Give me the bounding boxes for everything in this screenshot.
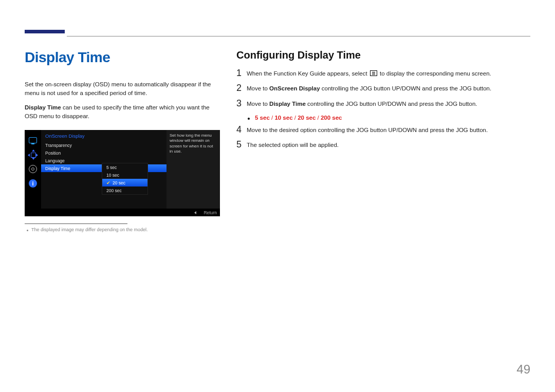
step-body: When the Function Key Guide appears, sel… bbox=[247, 69, 530, 78]
osd-screenshot: i OnScreen Display Transparency On Posit… bbox=[25, 130, 220, 216]
step-text: to display the corresponding menu screen… bbox=[378, 70, 491, 77]
osd-description: Set how long the menu window will remain… bbox=[166, 130, 220, 209]
step-number: 5 bbox=[236, 140, 247, 149]
left-column: Display Time Set the on-screen display (… bbox=[25, 49, 226, 232]
step-2: 2 Move to OnScreen Display controlling t… bbox=[236, 84, 530, 93]
option-value: 20 sec bbox=[298, 115, 316, 121]
gear-icon bbox=[28, 164, 38, 174]
step-strong: OnScreen Display bbox=[269, 85, 320, 91]
step-text: Move to bbox=[247, 85, 269, 91]
monitor-icon bbox=[28, 135, 38, 145]
osd-sidebar: i bbox=[25, 130, 41, 216]
header-accent-bar bbox=[25, 30, 65, 33]
header-rule bbox=[67, 36, 530, 36]
osd-submenu-item: 200 sec bbox=[102, 186, 147, 194]
step-text: controlling the JOG button UP/DOWN and p… bbox=[306, 101, 477, 107]
step-number: 4 bbox=[236, 125, 247, 134]
right-column: Configuring Display Time 1 When the Func… bbox=[226, 49, 530, 232]
step-4: 4 Move to the desired option controlling… bbox=[236, 126, 530, 135]
page-number: 49 bbox=[516, 362, 530, 377]
step-body: Move to Display Time controlling the JOG… bbox=[247, 100, 530, 108]
step-number: 3 bbox=[236, 99, 247, 108]
option-value: 10 sec bbox=[274, 115, 292, 121]
footnote: The displayed image may differ depending… bbox=[25, 227, 216, 232]
intro-paragraph-1: Set the on-screen display (OSD) menu to … bbox=[25, 80, 216, 98]
section-title: Display Time bbox=[25, 49, 216, 66]
step-number: 2 bbox=[236, 83, 247, 92]
step-body: Move to OnScreen Display controlling the… bbox=[247, 84, 530, 93]
osd-return-label: Return bbox=[203, 210, 217, 215]
osd-submenu-label: 200 sec bbox=[106, 188, 122, 193]
step-3: 3 Move to Display Time controlling the J… bbox=[236, 100, 530, 108]
step-text: Move to bbox=[247, 101, 269, 107]
step-1: 1 When the Function Key Guide appears, s… bbox=[236, 69, 530, 78]
subsection-title: Configuring Display Time bbox=[236, 49, 530, 61]
move-icon bbox=[28, 150, 38, 160]
step-number: 1 bbox=[236, 68, 247, 78]
step-body: The selected option will be applied. bbox=[247, 141, 530, 150]
osd-footer: Return bbox=[41, 209, 220, 216]
step-text: When the Function Key Guide appears, sel… bbox=[247, 70, 369, 77]
osd-submenu-item-selected: ✔20 sec bbox=[102, 179, 147, 186]
osd-submenu-item: 5 sec bbox=[102, 163, 147, 171]
info-icon: i bbox=[28, 178, 38, 189]
osd-submenu-label: 5 sec bbox=[106, 165, 117, 170]
intro-paragraph-2: Display Time can be used to specify the … bbox=[25, 103, 216, 121]
options-line: 5 sec / 10 sec / 20 sec / 200 sec bbox=[248, 115, 530, 121]
bullet-icon bbox=[27, 230, 28, 231]
step-5: 5 The selected option will be applied. bbox=[236, 141, 530, 150]
osd-submenu-label: 10 sec bbox=[106, 173, 119, 178]
steps-list: 1 When the Function Key Guide appears, s… bbox=[236, 69, 530, 150]
step-body: Move to the desired option controlling t… bbox=[247, 126, 530, 135]
step-strong: Display Time bbox=[269, 101, 306, 107]
footnote-rule bbox=[25, 223, 127, 224]
intro-strong: Display Time bbox=[25, 104, 61, 110]
options-highlight: 5 sec / 10 sec / 20 sec / 200 sec bbox=[255, 115, 342, 121]
bullet-icon bbox=[248, 118, 250, 120]
menu-icon bbox=[370, 70, 377, 76]
option-value: 200 sec bbox=[321, 115, 342, 121]
step-text: controlling the JOG button UP/DOWN and p… bbox=[320, 85, 492, 91]
osd-submenu: 5 sec 10 sec ✔20 sec 200 sec bbox=[102, 163, 148, 195]
option-value: 5 sec bbox=[255, 115, 270, 121]
osd-submenu-item: 10 sec bbox=[102, 171, 147, 179]
check-icon: ✔ bbox=[106, 180, 110, 185]
triangle-left-icon bbox=[194, 211, 196, 214]
osd-submenu-label: 20 sec bbox=[113, 180, 125, 185]
manual-page: Display Time Set the on-screen display (… bbox=[0, 0, 555, 392]
footnote-text: The displayed image may differ depending… bbox=[31, 227, 147, 232]
